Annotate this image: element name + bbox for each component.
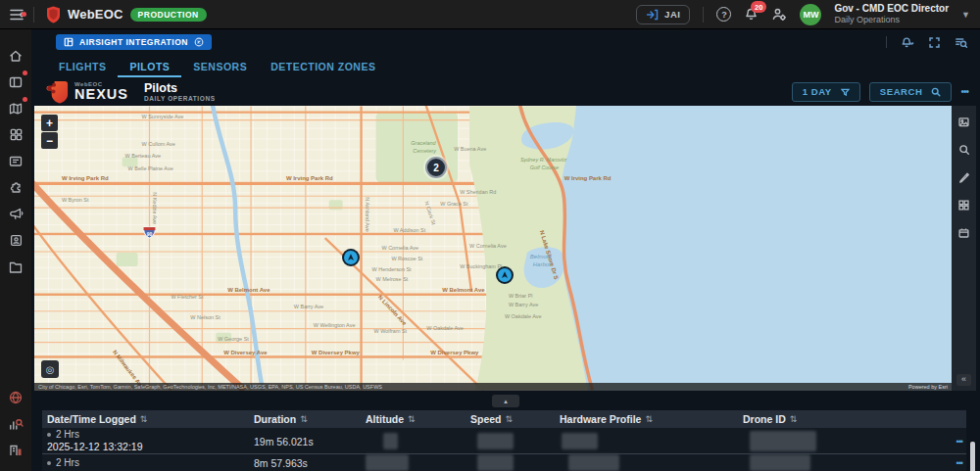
svg-text:Belmont: Belmont [530,254,552,259]
svg-text:W Briar Pl: W Briar Pl [509,293,533,299]
svg-text:Cemetery: Cemetery [413,148,437,154]
maps-icon[interactable] [8,95,24,121]
col-hardware-profile[interactable]: Hardware Profile⇅ [560,413,743,425]
svg-text:W Irving Park Rd: W Irving Park Rd [62,175,109,181]
pilot-cluster-marker[interactable]: 2 [425,157,447,178]
sort-icon[interactable]: ⇅ [300,414,308,424]
more-options-button[interactable]: ••• [960,86,968,97]
row-actions-button[interactable]: ••• [944,458,966,468]
sign-in-icon [646,9,659,21]
jai-button[interactable]: JAI [636,5,690,24]
library-icon[interactable] [8,437,24,463]
table-row[interactable]: 2 Hrs 2025-12-12 13:32:19 19m 56.021s ••… [42,428,966,453]
nexus-brand: WebEOC NEXUS [74,81,128,102]
svg-text:W Cornelia Ave: W Cornelia Ave [469,243,507,249]
avatar[interactable]: MW [800,4,821,25]
announcements-icon[interactable] [8,201,24,227]
cluster-count: 2 [433,163,439,173]
tab-sensors[interactable]: SENSORS [181,55,259,77]
layers-icon[interactable] [957,199,970,212]
notification-settings-icon[interactable] [901,36,914,49]
svg-text:W Barry Ave: W Barry Ave [509,302,538,307]
divider [703,7,704,23]
fullscreen-icon[interactable] [928,36,941,49]
airsight-integration-button[interactable]: AIRSIGHT INTEGRATION [56,34,212,50]
user-menu[interactable]: Gov - CMD EOC Director Daily Operations [834,3,949,26]
product-name: WebEOC [68,7,123,22]
sort-icon[interactable]: ⇅ [140,414,148,424]
files-icon[interactable] [8,254,24,280]
chevron-down-icon[interactable]: ▼ [961,10,970,20]
menu-collapse-icon[interactable] [0,8,33,22]
map[interactable]: 90 Graceland Cemetery W Irving Park Rd W… [34,106,976,391]
boards-icon[interactable] [8,69,24,95]
redacted-speed [477,454,514,471]
redacted-drone-id [750,454,810,471]
top-bar: WebEOC PRODUCTION JAI ? 20 MW Gov - CMD … [0,0,980,29]
brand-label: NEXUS [74,87,128,102]
svg-text:W Sunnyside Ave: W Sunnyside Ave [142,114,184,119]
col-drone-id[interactable]: Drone ID⇅ [743,413,944,425]
sort-icon[interactable]: ⇅ [645,414,653,424]
analytics-search-icon[interactable] [8,410,24,437]
zoom-out-button[interactable]: − [41,132,58,149]
filter-icon [841,88,850,96]
row-age: 2 Hrs [47,457,254,469]
sort-icon[interactable]: ⇅ [408,414,416,424]
globe-icon[interactable] [8,384,24,410]
col-altitude[interactable]: Altitude⇅ [366,413,470,425]
sort-icon[interactable]: ⇅ [790,414,798,424]
svg-text:Sydney R. Marovitz: Sydney R. Marovitz [520,157,567,163]
main-content: AIRSIGHT INTEGRATION [31,29,980,471]
time-range-button[interactable]: 1 DAY [792,82,860,102]
board-search-icon[interactable] [955,36,968,49]
help-icon[interactable]: ? [716,7,731,22]
row-actions-button[interactable]: ••• [944,437,966,447]
page-subtitle: DAILY OPERATIONS [144,95,216,102]
screen: WebEOC PRODUCTION JAI ? 20 MW Gov - CMD … [0,0,980,471]
tab-pilots[interactable]: PILOTS [118,55,181,77]
zoom-in-button[interactable]: + [41,115,58,131]
map-search-icon[interactable] [958,144,970,156]
tab-flights[interactable]: FLIGHTS [47,55,118,77]
contacts-icon[interactable] [9,227,24,254]
map-canvas[interactable]: 90 Graceland Cemetery W Irving Park Rd W… [34,106,952,391]
apps-grid-icon[interactable] [9,121,24,148]
pilot-marker[interactable] [342,249,360,266]
alert-dot [23,71,27,75]
svg-text:Graceland: Graceland [411,140,436,146]
table-scrollbar[interactable] [970,442,975,471]
measure-icon[interactable] [957,227,970,239]
close-circle-icon[interactable] [194,37,204,47]
home-icon[interactable] [8,42,24,69]
tab-detection-zones[interactable]: DETECTION ZONES [259,55,387,77]
map-locate-button[interactable]: ◎ [41,360,59,378]
display-board-icon[interactable] [8,148,24,174]
col-duration[interactable]: Duration⇅ [254,413,366,425]
svg-text:W Cornelia Ave: W Cornelia Ave [381,245,418,251]
svg-text:W Roscoe St: W Roscoe St [391,256,422,261]
svg-text:W Berteau Ave: W Berteau Ave [125,153,161,159]
svg-text:W Oakdale Ave: W Oakdale Ave [505,313,542,319]
collapse-toolbar-button[interactable]: « [956,374,971,386]
col-datetime[interactable]: Date/Time Logged⇅ [47,413,254,425]
basemap-icon[interactable] [957,116,970,128]
plugins-icon[interactable] [8,174,24,201]
divider [886,36,887,48]
sort-icon[interactable]: ⇅ [506,414,514,424]
redacted-hardware-profile [562,433,598,449]
table-row[interactable]: 2 Hrs 8m 57.963s ••• [42,453,966,471]
svg-text:W Wolfram St: W Wolfram St [374,328,408,334]
drone-icon [346,253,356,262]
svg-text:W Irving Park Rd: W Irving Park Rd [564,175,612,181]
search-button[interactable]: SEARCH [869,82,953,102]
col-speed[interactable]: Speed⇅ [470,413,560,425]
environment-badge: PRODUCTION [130,8,207,22]
bell-icon[interactable]: 20 [744,7,759,22]
pilot-marker[interactable] [496,266,514,284]
svg-text:W Nelson St: W Nelson St [190,314,220,320]
user-settings-icon[interactable] [771,7,787,22]
svg-text:W Addison St: W Addison St [393,227,425,233]
collapse-table-button[interactable]: ▴ [492,395,519,407]
draw-icon[interactable] [958,171,970,183]
